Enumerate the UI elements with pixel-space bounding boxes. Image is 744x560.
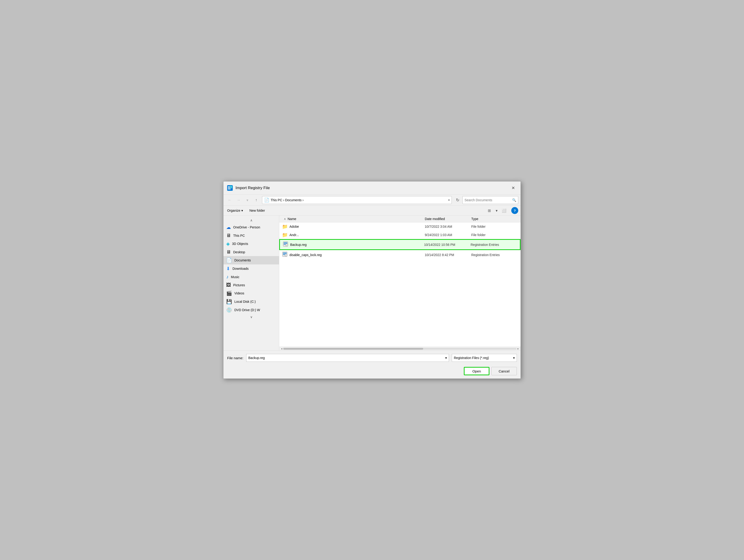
view-panel-button[interactable]: ⬜ — [500, 207, 508, 214]
search-input[interactable] — [464, 198, 511, 202]
organize-button[interactable]: Organize ▾ — [226, 208, 245, 213]
sidebar-item-label-downloads: Downloads — [232, 267, 249, 271]
svg-rect-14 — [283, 253, 287, 254]
new-folder-button[interactable]: New folder — [248, 208, 266, 213]
file-icon-adobe: 📁 — [282, 224, 290, 229]
sidebar-item-downloads[interactable]: ⬇ Downloads — [223, 265, 279, 273]
file-name-andr: Andr... — [290, 233, 425, 237]
dialog-title: Import Registry File — [235, 186, 270, 190]
title-bar-left: R Import Registry File — [227, 185, 270, 191]
path-documents: Documents — [285, 198, 302, 202]
organize-toolbar: Organize ▾ New folder ⊞ ▾ ⬜ ? — [223, 206, 521, 216]
sidebar-item-label-documents: Documents — [234, 258, 251, 262]
downloads-icon: ⬇ — [226, 266, 230, 271]
button-row: Open Cancel — [223, 365, 521, 378]
view-grid-button[interactable]: ⊞ — [486, 207, 493, 214]
sidebar: ∧ ☁ OneDrive - Person 🖥 This PC ◈ 3D Obj… — [223, 216, 279, 350]
localdisk-icon: 💾 — [226, 299, 232, 305]
sidebar-item-label-3dobjects: 3D Objects — [232, 242, 248, 246]
file-name-chevron: ▾ — [445, 356, 447, 360]
forward-button[interactable]: → — [234, 196, 243, 204]
videos-icon: 🎬 — [226, 290, 232, 296]
sidebar-scroll-up[interactable]: ∧ — [223, 217, 279, 223]
view-dropdown-button[interactable]: ▾ — [493, 207, 500, 214]
sidebar-item-documents[interactable]: 📄 Documents — [223, 256, 279, 265]
help-button[interactable]: ? — [511, 207, 518, 214]
sidebar-item-videos[interactable]: 🎬 Videos — [223, 289, 279, 297]
scroll-left-arrow[interactable]: ◂ — [280, 347, 283, 350]
table-row[interactable]: 📁 Adobe 10/7/2022 3:04 AM File folder — [279, 223, 521, 231]
file-date-caps: 10/14/2022 8:42 PM — [425, 253, 471, 257]
file-list-header: ∧ Name Date modified Type — [279, 216, 521, 223]
pictures-icon: 🖼 — [226, 282, 231, 288]
sidebar-item-label-dvd: DVD Drive (D:) W — [234, 308, 260, 312]
path-thispc: This PC — [271, 198, 282, 202]
import-registry-dialog: R Import Registry File ✕ ← → ▾ ↑ 📄 This … — [223, 181, 521, 379]
sidebar-item-3dobjects[interactable]: ◈ 3D Objects — [223, 240, 279, 248]
file-type-select[interactable]: Registration Files (*.reg) ▾ — [452, 354, 517, 362]
title-bar: R Import Registry File ✕ — [223, 182, 521, 195]
dropdown-button[interactable]: ▾ — [244, 196, 251, 204]
table-row[interactable]: 📁 Andr... 9/24/2022 1:03 AM File folder — [279, 231, 521, 239]
open-button[interactable]: Open — [464, 367, 489, 375]
scroll-track[interactable] — [283, 348, 517, 350]
file-name-caps: disable_caps_lock.reg — [290, 253, 425, 257]
dvd-icon: 💿 — [226, 307, 232, 313]
desktop-icon: 🖥 — [226, 249, 231, 255]
cancel-button[interactable]: Cancel — [491, 367, 517, 375]
svg-rect-8 — [284, 243, 287, 244]
sidebar-scroll-down[interactable]: ∨ — [223, 314, 279, 320]
col-header-type[interactable]: Type — [471, 217, 518, 221]
svg-text:R: R — [286, 255, 287, 256]
file-date-andr: 9/24/2022 1:03 AM — [425, 233, 471, 237]
file-name-value: Backup.reg — [248, 356, 265, 360]
sort-chevron: ∧ — [282, 217, 288, 221]
scroll-thumb[interactable] — [283, 348, 423, 350]
3dobjects-icon: ◈ — [226, 241, 230, 246]
path-sep1: › — [283, 198, 285, 202]
svg-rect-7 — [284, 242, 287, 243]
file-type-chevron: ▾ — [513, 356, 515, 360]
scroll-right-arrow[interactable]: ▸ — [517, 347, 520, 350]
table-row-backup[interactable]: R Backup.reg 10/14/2022 10:56 PM Registr… — [279, 239, 521, 250]
svg-text:R: R — [230, 186, 231, 188]
file-type-caps: Registration Entries — [471, 253, 518, 257]
table-row[interactable]: R disable_caps_lock.reg 10/14/2022 8:42 … — [279, 250, 521, 259]
back-button[interactable]: ← — [226, 196, 234, 204]
address-bar[interactable]: 📄 This PC › Documents › ▾ — [262, 196, 452, 204]
svg-text:R: R — [286, 245, 287, 246]
path-sep2: › — [302, 198, 304, 202]
col-header-date[interactable]: Date modified — [425, 217, 471, 221]
onedrive-icon: ☁ — [226, 225, 231, 230]
view-icons: ⊞ ▾ ⬜ — [486, 207, 508, 214]
sidebar-item-thispc[interactable]: 🖥 This PC — [223, 232, 279, 240]
registry-icon: R — [227, 185, 233, 191]
search-box[interactable]: 🔍 — [462, 196, 518, 204]
file-date-adobe: 10/7/2022 3:04 AM — [425, 225, 471, 229]
sidebar-item-localdisk[interactable]: 💾 Local Disk (C:) — [223, 297, 279, 306]
refresh-button[interactable]: ↻ — [454, 196, 461, 204]
sidebar-item-onedrive[interactable]: ☁ OneDrive - Person — [223, 223, 279, 232]
bottom-bar: File name: Backup.reg ▾ Registration Fil… — [223, 350, 521, 365]
sidebar-item-pictures[interactable]: 🖼 Pictures — [223, 281, 279, 289]
file-type-value: Registration Files (*.reg) — [454, 356, 489, 360]
search-icon: 🔍 — [512, 198, 516, 202]
horizontal-scrollbar[interactable]: ◂ ▸ — [279, 347, 521, 350]
address-path: This PC › Documents › — [271, 198, 447, 202]
file-type-adobe: File folder — [471, 225, 518, 229]
close-button[interactable]: ✕ — [509, 184, 517, 192]
address-chevron[interactable]: ▾ — [448, 198, 450, 202]
sidebar-item-label-onedrive: OneDrive - Person — [233, 226, 260, 229]
file-type-andr: File folder — [471, 233, 518, 237]
col-header-name[interactable]: Name — [288, 217, 425, 221]
file-type-backup: Registration Entries — [471, 243, 517, 246]
sidebar-item-music[interactable]: ♪ Music — [223, 273, 279, 281]
file-name-input[interactable]: Backup.reg ▾ — [246, 354, 449, 362]
file-date-backup: 10/14/2022 10:56 PM — [424, 243, 471, 246]
sidebar-item-label-music: Music — [231, 275, 239, 279]
sidebar-item-dvd[interactable]: 💿 DVD Drive (D:) W — [223, 306, 279, 314]
sidebar-item-desktop[interactable]: 🖥 Desktop — [223, 248, 279, 256]
up-button[interactable]: ↑ — [252, 196, 260, 204]
sidebar-item-label-desktop: Desktop — [233, 250, 245, 254]
documents-icon: 📄 — [226, 257, 232, 263]
